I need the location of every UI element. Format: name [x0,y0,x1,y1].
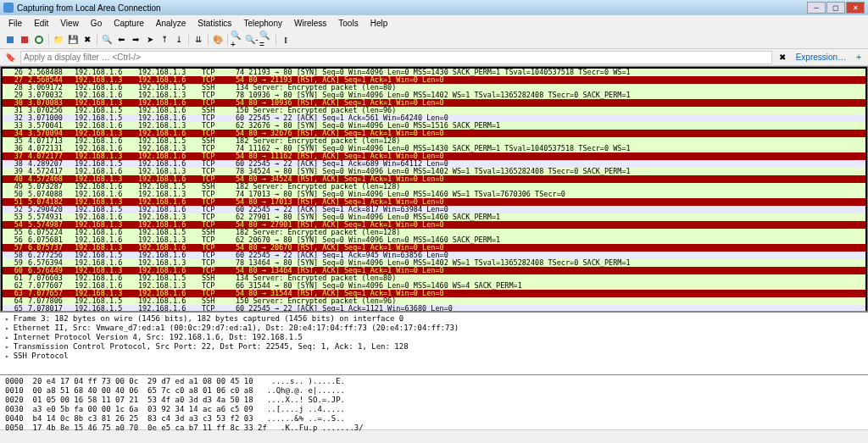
menu-telephony[interactable]: Telephony [238,18,287,29]
packet-details-pane[interactable]: Frame 3: 182 bytes on wire (1456 bits), … [0,312,868,374]
filter-bookmark-icon[interactable]: 🔖 [3,51,17,64]
packet-row[interactable]: 606.576449192.168.1.3192.168.1.6TCP54 80… [3,267,865,274]
app-icon [3,3,14,13]
find-icon[interactable]: 🔍 [100,33,114,47]
filter-add-button[interactable]: + [853,53,865,62]
detail-frame[interactable]: Frame 3: 182 bytes on wire (1456 bits), … [5,314,863,324]
menu-statistics[interactable]: Statistics [192,18,236,29]
zoom-reset-icon[interactable]: 🔍= [259,33,273,47]
title-bar: Capturing from Local Area Connection ─ ▢… [0,0,868,15]
packet-row[interactable]: 272.568544192.168.1.3192.168.1.6TCP54 80… [3,76,865,84]
close-file-icon[interactable]: ✖ [81,33,94,47]
col-info: 60 22545 → 22 [ACK] Seq=1 Ack=1121 Win=6… [236,305,862,312]
svg-point-2 [36,36,42,43]
close-button[interactable]: ✕ [846,2,865,14]
packet-bytes-pane[interactable]: 0000 20 e4 17 04 ff 73 00 0c 29 d7 ed a1… [0,374,868,429]
window-title: Capturing from Local Area Connection [17,3,807,13]
restart-capture-icon[interactable] [32,33,46,47]
packet-list-pane[interactable]: 262.568488192.168.1.6192.168.1.3TCP74 21… [0,66,868,312]
svg-rect-0 [7,36,14,43]
detail-ssh[interactable]: SSH Protocol [5,352,863,361]
col-time: 7.078017 [28,305,75,312]
menu-file[interactable]: File [3,18,27,29]
packet-row[interactable]: 303.070083192.168.1.3192.168.1.6TCP54 80… [3,99,865,107]
maximize-button[interactable]: ▢ [826,2,845,14]
menu-view[interactable]: View [55,18,84,29]
save-file-icon[interactable]: 💾 [66,33,80,47]
col-source: 192.168.1.5 [75,305,138,312]
svg-rect-1 [21,36,28,43]
menu-edit[interactable]: Edit [29,18,53,29]
stop-capture-icon[interactable] [18,33,31,47]
menu-analyze[interactable]: Analyze [151,18,192,29]
detail-tcp[interactable]: Transmission Control Protocol, Src Port:… [5,342,863,352]
display-filter-input[interactable] [20,51,772,64]
menu-tools[interactable]: Tools [333,18,363,29]
auto-scroll-icon[interactable]: ⇊ [192,33,205,47]
zoom-in-icon[interactable]: 🔍+ [231,33,244,47]
menu-bar: File Edit View Go Capture Analyze Statis… [0,15,868,30]
go-back-icon[interactable]: ⬅ [114,33,128,47]
start-capture-icon[interactable] [3,33,17,47]
last-packet-icon[interactable]: ⤓ [172,33,186,47]
resize-columns-icon[interactable]: ⫿ [279,33,292,47]
packet-row[interactable]: 404.572468192.168.1.3192.168.1.6TCP54 80… [3,175,865,183]
col-destination: 192.168.1.6 [138,305,202,312]
packet-row[interactable]: 545.574987192.168.1.3192.168.1.6TCP54 80… [3,221,865,229]
go-to-packet-icon[interactable]: ➤ [143,33,157,47]
packet-row[interactable]: 637.077657192.168.1.3192.168.1.6TCP54 80… [3,290,865,297]
menu-help[interactable]: Help [365,18,393,29]
expression-button[interactable]: Expression… [793,53,849,62]
open-file-icon[interactable]: 📁 [52,33,65,47]
packet-row[interactable]: 343.570094192.168.1.3192.168.1.6TCP54 80… [3,130,865,137]
col-number: 65 [6,305,28,312]
minimize-button[interactable]: ─ [807,2,826,14]
menu-capture[interactable]: Capture [108,18,149,29]
filter-clear-icon[interactable]: ✖ [776,51,789,64]
first-packet-icon[interactable]: ⤒ [158,33,171,47]
main-toolbar: 📁 💾 ✖ 🔍 ⬅ ➡ ➤ ⤒ ⤓ ⇊ 🎨 🔍+ 🔍- 🔍= ⫿ [0,30,868,49]
detail-ip[interactable]: Internet Protocol Version 4, Src: 192.16… [5,333,863,342]
zoom-out-icon[interactable]: 🔍- [245,33,259,47]
menu-go[interactable]: Go [86,18,107,29]
colorize-icon[interactable]: 🎨 [211,33,225,47]
filter-toolbar: 🔖 ✖ Expression… + [0,49,868,66]
menu-wireless[interactable]: Wireless [289,18,331,29]
go-forward-icon[interactable]: ➡ [129,33,142,47]
col-protocol: TCP [202,305,236,312]
detail-ethernet[interactable]: Ethernet II, Src: Vmware_d7:ed:a1 (00:0c… [5,324,863,333]
packet-row[interactable]: 657.078017192.168.1.5192.168.1.6TCP60 22… [3,305,865,312]
